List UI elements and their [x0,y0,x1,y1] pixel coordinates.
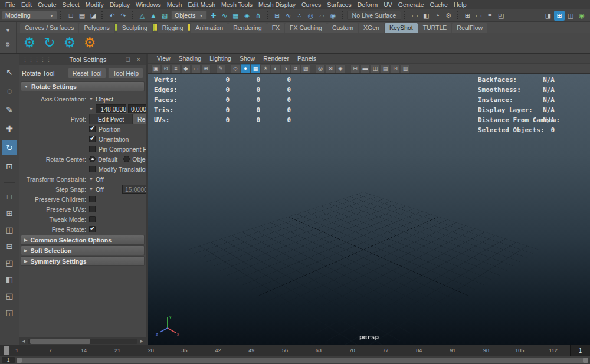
tweak-mode-checkbox[interactable] [89,216,96,222]
position-checkbox[interactable] [89,126,96,132]
select-by-component-icon[interactable]: ▧ [159,11,170,21]
attribute-editor-icon[interactable]: ◨ [543,11,553,21]
open-scene-icon[interactable]: ▤ [77,11,87,21]
time-slider-track[interactable]: 1714212835424956637077849198105112 [0,345,570,356]
menu-curves[interactable]: Curves [299,1,324,8]
menu-uv[interactable]: UV [381,1,395,8]
section-soft-selection[interactable]: ▶ Soft Selection [21,245,145,255]
group-divider[interactable] [342,11,344,19]
make-live-icon[interactable]: ◉ [328,11,339,21]
two-pane-stacked-layout-icon[interactable]: ⊟ [2,240,17,252]
bookmark-icon[interactable]: ◆ [181,64,191,73]
viewport-menu-shading[interactable]: Shading [175,55,206,62]
shelf-editor-icon[interactable]: ⚙ [3,40,14,50]
keyshot-preferences-icon[interactable]: ⚙ [81,35,98,51]
orientation-checkbox[interactable] [89,136,96,142]
rotate-settings-header[interactable]: ▼ Rotate Settings [21,81,145,91]
multisample-icon[interactable]: ▨ [301,64,310,73]
menu-edit[interactable]: Edit [18,1,35,8]
shelf-tab-marker[interactable] [153,24,155,31]
scale-tool-icon[interactable]: ⊡ [2,159,17,174]
wireframe-on-shaded-icon[interactable]: ◈ [336,64,345,73]
close-icon[interactable]: × [135,57,143,63]
modify-translation-checkbox[interactable] [89,166,96,172]
open-render-view-icon[interactable]: ▭ [409,11,420,21]
menu-deform[interactable]: Deform [355,1,381,8]
textured-icon[interactable]: ▦ [251,64,260,73]
hypershade-persp-layout-icon[interactable]: ◱ [2,289,17,302]
preserve-uvs-checkbox[interactable] [89,206,96,212]
menu-mesh-display[interactable]: Mesh Display [255,1,299,8]
viewport-menu-panels[interactable]: Panels [293,55,320,62]
horizontal-scrollbar[interactable]: ◂ ▸ [19,337,146,345]
single-pane-layout-icon[interactable]: □ [2,190,17,203]
rotate-tool-icon[interactable]: ↻ [2,140,17,155]
section-common-selection-options[interactable]: ▶ Common Selection Options [21,235,145,245]
shelf-tab-animation[interactable]: Animation [191,23,228,33]
paint-selection-tool-icon[interactable]: ✎ [2,102,17,117]
menu-select[interactable]: Select [60,1,83,8]
shelf-tab-rendering[interactable]: Rendering [228,23,266,33]
group-divider[interactable] [101,11,104,19]
snap-to-points-icon[interactable]: ∴ [294,11,305,21]
step-snap-select[interactable]: ▼ Off [89,186,122,193]
free-rotate-checkbox[interactable] [89,226,96,232]
safe-action-icon[interactable]: ⊡ [391,64,400,73]
axis-orientation-select[interactable]: ▼ Object [89,96,113,103]
gate-mask-icon[interactable]: ◫ [371,64,380,73]
select-camera-icon[interactable]: ▣ [151,64,160,73]
menu-cache[interactable]: Cache [427,1,451,8]
wireframe-icon[interactable]: ◇ [231,64,240,73]
shelf-tabs-menu-icon[interactable]: ▾ [3,25,14,35]
object-details-icon[interactable]: ≡ [484,11,495,21]
outliner-persp-layout-icon[interactable]: ◧ [2,273,17,286]
rotate-x-field[interactable]: -148.0838 [96,104,126,113]
current-time-field[interactable]: 1 [570,345,590,356]
shaded-icon[interactable]: ● [241,64,250,73]
field-chart-icon[interactable]: ▤ [381,64,390,73]
move-tool-icon[interactable]: ✚ [2,121,17,136]
menu-file[interactable]: File [2,1,18,8]
keyshot-live-link-icon[interactable]: ⚙ [61,35,78,51]
menu-set-selector[interactable]: Modeling ▼ [2,11,57,20]
viewport-layouts-icon[interactable]: ◰ [496,11,506,21]
shadows-icon[interactable]: ◐ [271,64,280,73]
menu-generate[interactable]: Generate [395,1,427,8]
snap-to-grids-icon[interactable]: ⊞ [272,11,283,21]
keyshot-update-icon[interactable]: ↻ [41,35,58,51]
rotate-center-object-radio[interactable] [123,156,130,162]
snap-to-view-planes-icon[interactable]: ▱ [317,11,327,21]
tool-settings-icon[interactable]: ⊞ [554,11,565,21]
heads-up-display-icon[interactable]: ▭ [473,11,484,21]
four-pane-layout-icon[interactable]: ⊞ [2,206,17,219]
time-slider[interactable]: 1714212835424956637077849198105112 1 [0,345,590,356]
lock-camera-icon[interactable]: ⊙ [161,64,171,73]
range-slider[interactable]: 1 [0,356,590,364]
shelf-tab-fx-caching[interactable]: FX Caching [285,23,327,33]
range-start-handle[interactable] [17,358,22,363]
isolate-select-icon[interactable]: ◎ [316,64,325,73]
select-surfaces-icon[interactable]: ▦ [231,11,241,21]
select-handles-icon[interactable]: ✚ [208,11,219,21]
reset-tool-button[interactable]: Reset Tool [68,68,106,78]
live-surface-field[interactable]: No Live Surface [347,11,402,20]
group-divider[interactable] [404,11,407,19]
image-plane-icon[interactable]: ▭ [191,64,201,73]
shelf-tab-marker[interactable] [115,24,117,31]
transform-constraint-select[interactable]: ▼ Off [89,176,104,183]
scrollbar-thumb[interactable] [30,339,90,344]
render-settings-icon[interactable]: ⚙ [443,11,454,21]
use-all-lights-icon[interactable]: ☀ [261,64,270,73]
viewport-menu-renderer[interactable]: Renderer [259,55,293,62]
xray-icon[interactable]: ⊠ [326,64,335,73]
select-deformations-icon[interactable]: ◈ [242,11,253,21]
menu-surfaces[interactable]: Surfaces [324,1,354,8]
menu-edit-mesh[interactable]: Edit Mesh [185,1,218,8]
channel-box-icon[interactable]: ◫ [565,11,576,21]
viewport-menu-view[interactable]: View [153,55,175,62]
select-by-object-icon[interactable]: ▲ [148,11,159,21]
playback-range-bar[interactable] [17,358,588,363]
grease-pencil-icon[interactable]: ✎ [216,64,225,73]
current-frame-indicator[interactable] [4,346,9,355]
shelf-tab-marker[interactable] [155,24,157,31]
